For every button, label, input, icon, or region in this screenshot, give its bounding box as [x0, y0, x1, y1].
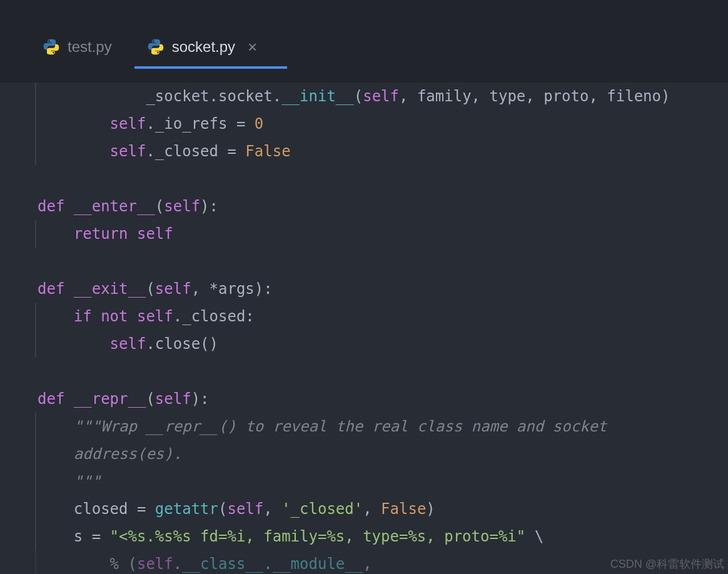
code-line [0, 165, 728, 193]
code-line: return self [0, 220, 728, 248]
spacer [0, 69, 728, 83]
python-icon [147, 38, 164, 56]
tab-test[interactable]: test.py [25, 25, 129, 69]
code-line: _socket.socket.__init__(self, family, ty… [0, 83, 728, 110]
code-line: """ [0, 468, 728, 495]
tab-socket[interactable]: socket.py × [129, 25, 275, 69]
tab-bar: test.py socket.py × [0, 25, 728, 69]
code-line: def __repr__(self): [0, 385, 728, 413]
close-icon[interactable]: × [248, 38, 257, 57]
code-line [0, 358, 728, 385]
code-line: closed = getattr(self, '_closed', False) [0, 495, 728, 523]
tab-label: socket.py [172, 38, 235, 56]
code-line: self.close() [0, 330, 728, 358]
title-bar [0, 0, 728, 25]
code-line: self._io_refs = 0 [0, 110, 728, 138]
code-editor[interactable]: _socket.socket.__init__(self, family, ty… [0, 83, 728, 574]
code-line: self._closed = False [0, 138, 728, 165]
code-line: s = "<%s.%s%s fd=%i, family=%s, type=%s,… [0, 523, 728, 550]
watermark: CSDN @科雷软件测试 [610, 556, 724, 571]
code-line: address(es). [0, 440, 728, 468]
code-line: if not self._closed: [0, 303, 728, 330]
code-line: """Wrap __repr__() to reveal the real cl… [0, 413, 728, 440]
code-line [0, 248, 728, 275]
code-line: def __enter__(self): [0, 193, 728, 220]
python-icon [43, 38, 60, 56]
tab-label: test.py [68, 38, 112, 56]
code-line: def __exit__(self, *args): [0, 275, 728, 303]
